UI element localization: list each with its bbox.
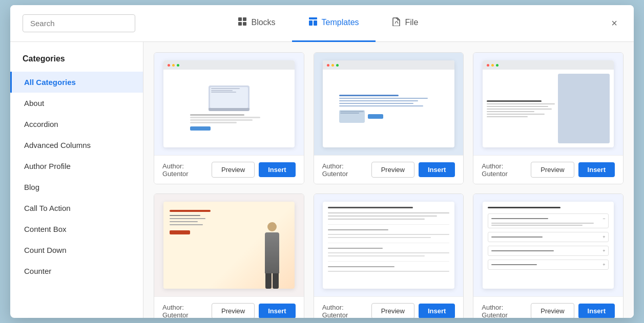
content-area: Author: Gutentor Preview Insert	[143, 42, 634, 318]
sidebar-item-content-box[interactable]: Content Box	[10, 219, 143, 240]
svg-rect-2	[238, 22, 242, 26]
svg-rect-4	[309, 17, 317, 19]
insert-button[interactable]: Insert	[578, 162, 615, 177]
header-tabs: Blocks Templates	[221, 5, 434, 42]
author-label: Author: Gutentor	[322, 162, 371, 178]
preview-button[interactable]: Preview	[371, 303, 414, 318]
modal: Blocks Templates	[10, 5, 634, 318]
preview-button[interactable]: Preview	[371, 162, 414, 178]
insert-button[interactable]: Insert	[578, 304, 615, 318]
file-icon	[392, 17, 401, 28]
template-preview-2	[314, 53, 464, 155]
tab-file-label: File	[405, 18, 419, 27]
template-card: − +	[473, 193, 624, 318]
search-container	[23, 14, 135, 32]
template-card: Author: Gutentor Preview Insert	[154, 193, 304, 318]
tab-templates[interactable]: Templates	[292, 5, 376, 42]
svg-rect-3	[243, 22, 246, 26]
template-card: Author: Gutentor Preview Insert	[314, 52, 464, 184]
svg-rect-0	[238, 17, 242, 21]
author-label: Author: Gutentor	[482, 162, 531, 178]
insert-button[interactable]: Insert	[419, 304, 455, 318]
svg-rect-5	[309, 20, 313, 26]
templates-grid: Author: Gutentor Preview Insert	[154, 52, 624, 318]
tab-blocks[interactable]: Blocks	[221, 5, 292, 42]
modal-header: Blocks Templates	[10, 5, 634, 42]
template-footer-2: Author: Gutentor Preview Insert	[314, 155, 464, 184]
template-preview-1	[154, 53, 304, 155]
sidebar: Categories All Categories About Accordio…	[10, 42, 143, 318]
sidebar-item-count-down[interactable]: Count Down	[10, 240, 143, 261]
sidebar-item-about[interactable]: About	[10, 93, 143, 114]
preview-button[interactable]: Preview	[531, 303, 574, 318]
sidebar-item-accordion[interactable]: Accordion	[10, 114, 143, 135]
template-preview-4	[154, 194, 304, 296]
sidebar-item-author-profile[interactable]: Author Profile	[10, 156, 143, 177]
template-footer-4: Author: Gutentor Preview Insert	[154, 296, 304, 318]
author-label: Author: Gutentor	[322, 304, 371, 318]
template-card: Author: Gutentor Preview Insert	[154, 52, 304, 184]
template-footer-6: Author: Gutentor Preview Insert	[473, 296, 623, 318]
preview-button[interactable]: Preview	[212, 303, 255, 318]
template-footer-3: Author: Gutentor Preview Insert	[473, 155, 623, 184]
template-preview-6: − +	[473, 194, 623, 296]
insert-button[interactable]: Insert	[259, 162, 295, 177]
tab-blocks-label: Blocks	[251, 18, 275, 27]
blocks-icon	[238, 17, 247, 28]
preview-button[interactable]: Preview	[531, 162, 574, 178]
insert-button[interactable]: Insert	[419, 162, 455, 177]
preview-button[interactable]: Preview	[212, 162, 255, 178]
modal-body: Categories All Categories About Accordio…	[10, 42, 634, 318]
author-label: Author: Gutentor	[162, 162, 212, 178]
svg-rect-1	[243, 17, 246, 21]
sidebar-item-counter[interactable]: Counter	[10, 261, 143, 282]
template-footer-1: Author: Gutentor Preview Insert	[154, 155, 304, 184]
search-input[interactable]	[23, 14, 135, 32]
template-preview-5	[314, 194, 464, 296]
sidebar-item-all-categories[interactable]: All Categories	[10, 72, 143, 93]
templates-icon	[308, 17, 318, 28]
template-preview-3	[473, 53, 623, 155]
tab-templates-label: Templates	[322, 18, 359, 27]
insert-button[interactable]: Insert	[259, 304, 295, 318]
svg-rect-6	[314, 20, 317, 26]
author-label: Author: Gutentor	[482, 304, 531, 318]
sidebar-item-call-to-action[interactable]: Call To Action	[10, 198, 143, 219]
sidebar-title: Categories	[10, 54, 143, 72]
close-button[interactable]: ×	[607, 13, 621, 33]
sidebar-item-blog[interactable]: Blog	[10, 177, 143, 198]
tab-file[interactable]: File	[376, 5, 435, 42]
template-card: Author: Gutentor Preview Insert	[473, 52, 624, 184]
template-card: Author: Gutentor Preview Insert	[314, 193, 464, 318]
author-label: Author: Gutentor	[162, 304, 212, 318]
template-footer-5: Author: Gutentor Preview Insert	[314, 296, 464, 318]
sidebar-item-advanced-columns[interactable]: Advanced Columns	[10, 135, 143, 156]
